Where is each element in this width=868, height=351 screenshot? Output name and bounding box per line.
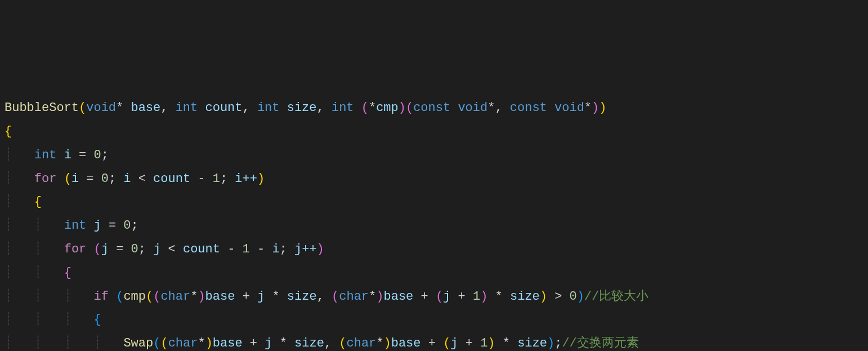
comment: //比较大小	[584, 290, 648, 304]
code-line: ┊ ┊ for (j = 0; j < count - 1 - i; j++)	[5, 238, 868, 261]
code-line: ┊ ┊ ┊ {	[5, 308, 868, 332]
code-line: ┊ ┊ {	[5, 261, 868, 285]
code-line: ┊ int i = 0;	[5, 144, 868, 167]
function-name: BubbleSort	[5, 101, 79, 115]
code-line: {	[5, 120, 868, 144]
code-line: ┊ ┊ int j = 0;	[5, 214, 868, 238]
code-line: ┊ ┊ ┊ ┊ Swap((char*)base + j * size, (ch…	[5, 332, 868, 351]
code-line: ┊ ┊ ┊ if (cmp((char*)base + j * size, (c…	[5, 285, 868, 309]
code-editor[interactable]: BubbleSort(void* base, int count, int si…	[5, 96, 868, 351]
code-line: ┊ for (i = 0; i < count - 1; i++)	[5, 167, 868, 191]
code-line: ┊ {	[5, 190, 868, 214]
code-line: BubbleSort(void* base, int count, int si…	[5, 96, 868, 120]
comment: //交换两元素	[562, 336, 638, 350]
